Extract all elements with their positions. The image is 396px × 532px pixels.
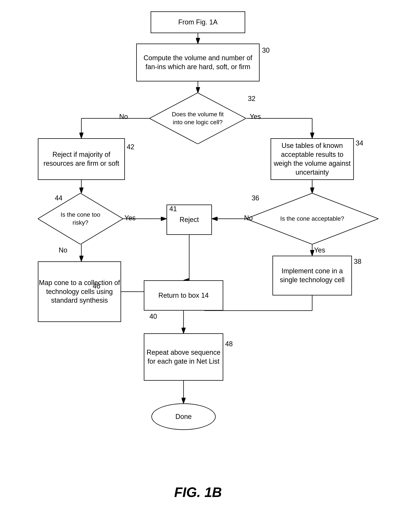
diamond-36-num: 36 [252, 194, 259, 202]
box-40-num: 40 [150, 312, 157, 320]
box-48: Repeat above sequence for each gate in N… [144, 333, 223, 381]
fig-label: FIG. 1B [0, 484, 396, 500]
box-40-label: Return to box 14 [158, 291, 209, 300]
diagram-container: From Fig. 1A Compute the volume and numb… [0, 0, 396, 511]
box-30-label: Compute the volume and number of fan-ins… [137, 54, 259, 72]
box-38-num: 38 [354, 257, 361, 266]
diamond-32-num: 32 [248, 95, 256, 103]
diamond-44-label: Is the cone too risky? [57, 211, 104, 227]
box-42: Reject if majority of resources are firm… [38, 138, 125, 180]
done-node: Done [151, 403, 216, 430]
yes3-label: Yes [124, 214, 136, 222]
no1-label: No [119, 113, 128, 121]
box-38-label: Implement cone in a single technology ce… [273, 267, 351, 284]
diamond-36: Is the cone acceptable? [246, 193, 379, 244]
box-38: Implement cone in a single technology ce… [273, 256, 352, 295]
box-42-num: 42 [127, 143, 134, 151]
box-46: Map cone to a collection of technology c… [38, 261, 121, 322]
from-fig-node: From Fig. 1A [151, 11, 245, 33]
box-46-label: Map cone to a collection of technology c… [38, 278, 121, 305]
box-48-num: 48 [225, 340, 233, 348]
no3-label: No [59, 246, 67, 254]
yes2-label: Yes [314, 246, 325, 254]
diamond-44: Is the cone too risky? [38, 193, 123, 244]
box-34: Use tables of known acceptable results t… [271, 138, 354, 180]
box-48-label: Repeat above sequence for each gate in N… [144, 348, 223, 366]
box-30: Compute the volume and number of fan-ins… [136, 44, 260, 81]
box-41-label: Reject [180, 215, 199, 224]
diamond-32-label: Does the volume fit into one logic cell? [171, 110, 224, 126]
yes1-label: Yes [250, 113, 261, 121]
no2-label: No [244, 214, 253, 222]
done-label: Done [175, 412, 192, 421]
box-34-label: Use tables of known acceptable results t… [271, 141, 353, 177]
box-41-num: 41 [169, 205, 177, 213]
box-30-num: 30 [262, 46, 270, 54]
box-34-num: 34 [356, 139, 363, 147]
from-fig-label: From Fig. 1A [178, 18, 218, 27]
diamond-32: Does the volume fit into one logic cell? [150, 93, 246, 144]
diamond-44-num: 44 [55, 194, 62, 202]
diamond-36-label: Is the cone acceptable? [280, 215, 344, 223]
box-40: Return to box 14 [144, 280, 223, 311]
box-42-label: Reject if majority of resources are firm… [38, 150, 124, 168]
